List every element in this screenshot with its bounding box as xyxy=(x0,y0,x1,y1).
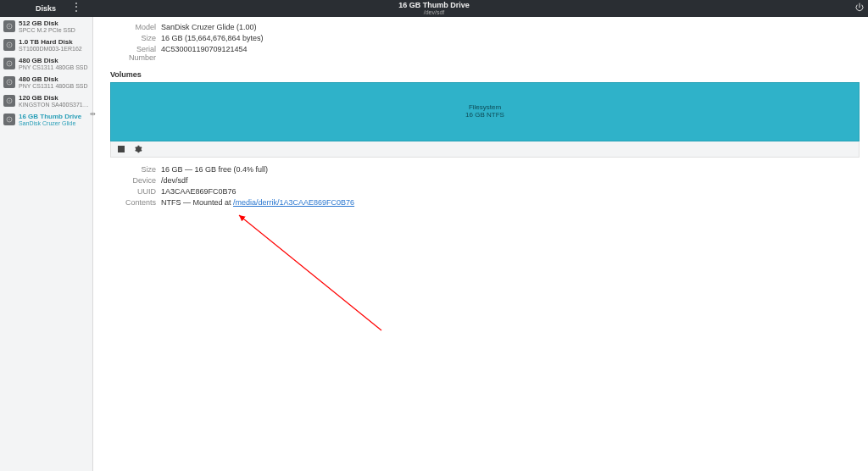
disk-list-item[interactable]: 16 GB Thumb DriveSanDisk Cruzer Glide xyxy=(0,110,92,129)
svg-point-7 xyxy=(8,81,9,82)
vol-size-label: Size xyxy=(110,165,161,174)
mount-point-link[interactable]: /media/derrik/1A3CAAE869FC0B76 xyxy=(233,198,354,207)
svg-point-9 xyxy=(8,100,9,101)
drive-icon xyxy=(3,20,15,32)
svg-line-13 xyxy=(239,215,381,330)
disk-model: ST1000DM003-1ER162 xyxy=(19,46,82,52)
drive-icon xyxy=(3,114,15,125)
disk-model: SPCC M.2 PCIe SSD xyxy=(19,27,75,33)
disk-name: 16 GB Thumb Drive xyxy=(19,113,81,120)
size-value: 16 GB (15,664,676,864 bytes) xyxy=(161,34,264,42)
disk-list-item[interactable]: 480 GB DiskPNY CS1311 480GB SSD xyxy=(0,54,92,73)
volume-partition[interactable]: Filesystem 16 GB NTFS xyxy=(110,82,860,141)
volume-toolbar xyxy=(110,141,860,158)
disk-model: KINGSTON SA400S37120G xyxy=(19,102,89,108)
disk-list-item[interactable]: 1.0 TB Hard DiskST1000DM003-1ER162 xyxy=(0,36,92,54)
disk-name: 120 GB Disk xyxy=(19,94,89,102)
disk-model: PNY CS1311 480GB SSD xyxy=(19,83,88,89)
hamburger-menu-icon[interactable] xyxy=(71,3,78,14)
model-label: Model xyxy=(110,23,161,31)
disk-model: SanDisk Cruzer Glide xyxy=(19,120,81,126)
volumes-heading: Volumes xyxy=(110,70,860,79)
serial-value: 4C530001190709121454 xyxy=(161,45,248,62)
drive-icon xyxy=(3,76,15,88)
annotation-arrow xyxy=(93,17,856,441)
vol-device-value: /dev/sdf xyxy=(161,176,188,185)
contents-prefix: NTFS — Mounted at xyxy=(161,198,233,207)
volume-settings-button[interactable] xyxy=(133,144,143,154)
disk-detail-pane: Model SanDisk Cruzer Glide (1.00) Size 1… xyxy=(93,17,868,471)
svg-point-3 xyxy=(8,44,9,45)
vol-contents-value: NTFS — Mounted at /media/derrik/1A3CAAE8… xyxy=(161,198,354,207)
size-label: Size xyxy=(110,34,161,42)
disk-list-item[interactable]: 120 GB DiskKINGSTON SA400S37120G xyxy=(0,91,92,110)
disk-name: 480 GB Disk xyxy=(19,75,88,83)
vol-contents-label: Contents xyxy=(110,198,161,207)
power-icon[interactable] xyxy=(854,3,865,14)
serial-label: Serial Number xyxy=(110,45,161,62)
svg-point-11 xyxy=(8,119,9,119)
vol-uuid-value: 1A3CAAE869FC0B76 xyxy=(161,187,236,196)
disk-model: PNY CS1311 480GB SSD xyxy=(19,64,88,70)
drive-icon xyxy=(3,95,15,107)
svg-point-5 xyxy=(8,63,9,64)
disk-list-item[interactable]: 512 GB DiskSPCC M.2 PCIe SSD xyxy=(0,17,92,36)
disk-list-item[interactable]: 480 GB DiskPNY CS1311 480GB SSD xyxy=(0,73,92,91)
vol-uuid-label: UUID xyxy=(110,187,161,196)
svg-rect-12 xyxy=(118,146,125,152)
drive-icon xyxy=(3,58,15,69)
disk-list: 512 GB DiskSPCC M.2 PCIe SSD1.0 TB Hard … xyxy=(0,17,93,471)
header-bar: Disks 16 GB Thumb Drive /dev/sdf xyxy=(0,0,868,17)
window-title: 16 GB Thumb Drive /dev/sdf xyxy=(398,2,470,15)
selected-disk-title: 16 GB Thumb Drive xyxy=(398,2,470,9)
disk-name: 1.0 TB Hard Disk xyxy=(19,38,82,46)
vol-device-label: Device xyxy=(110,176,161,185)
app-title: Disks xyxy=(36,4,56,13)
unmount-button[interactable] xyxy=(116,144,126,154)
disk-name: 480 GB Disk xyxy=(19,57,88,64)
selected-disk-device: /dev/sdf xyxy=(398,9,470,15)
disk-name: 512 GB Disk xyxy=(19,19,75,27)
partition-sub: 16 GB NTFS xyxy=(465,112,504,119)
vol-size-value: 16 GB — 16 GB free (0.4% full) xyxy=(161,165,268,174)
svg-point-1 xyxy=(8,25,9,26)
drive-icon xyxy=(3,39,15,51)
model-value: SanDisk Cruzer Glide (1.00) xyxy=(161,23,257,31)
